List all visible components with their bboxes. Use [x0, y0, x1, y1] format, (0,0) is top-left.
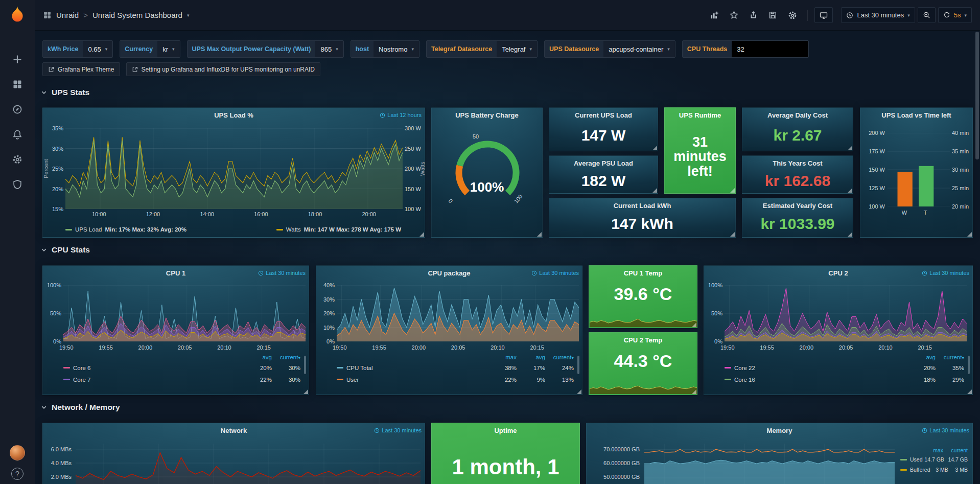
panel-title[interactable]: UPS Runtime: [679, 111, 721, 119]
panel-title[interactable]: CPU 2 Temp: [624, 336, 663, 344]
cpu1-chart[interactable]: [63, 285, 306, 341]
legend-item-watts[interactable]: Watts Min: 147 W Max: 278 W Avg: 175 W: [276, 226, 401, 233]
help-icon[interactable]: ?: [11, 468, 24, 480]
legend-item-buffered[interactable]: Buffered 3 MB 3 MB: [900, 465, 968, 475]
variable-ups-datasource[interactable]: UPS Datasource apcupsd-container▾: [544, 40, 675, 58]
panel-header[interactable]: CPU 2 Temp: [589, 333, 697, 347]
legend-scrollbar[interactable]: [304, 356, 306, 374]
grafana-logo[interactable]: [0, 0, 35, 30]
configuration-gear-icon[interactable]: [0, 147, 35, 172]
legend-item-core7[interactable]: Core 7 22% 30%: [63, 374, 300, 385]
panel-time-range[interactable]: Last 30 minutes: [922, 270, 969, 276]
section-cpu-stats[interactable]: CPU Stats: [41, 245, 90, 255]
legend-header-avg[interactable]: avg: [517, 354, 545, 360]
refresh-picker[interactable]: 5s ▾: [938, 7, 972, 23]
legend-header-current[interactable]: current▾: [936, 354, 964, 360]
panel-time-range[interactable]: Last 30 minutes: [374, 427, 422, 433]
legend-header-current[interactable]: current▾: [272, 354, 300, 360]
panel-time-range[interactable]: Last 30 minutes: [531, 270, 579, 276]
panel-header[interactable]: This Years Cost: [742, 156, 853, 170]
panel-title[interactable]: Network: [221, 427, 247, 434]
panel-title[interactable]: Memory: [767, 427, 792, 434]
panel-header[interactable]: UPS Load % Last 12 hours: [43, 108, 425, 122]
panel-header[interactable]: Current UPS Load: [549, 108, 658, 122]
add-panel-button[interactable]: [706, 8, 723, 23]
legend-scrollbar[interactable]: [968, 356, 970, 374]
variable-kwh-price[interactable]: kWh Price 0.65▾: [42, 40, 113, 58]
panel-header[interactable]: Uptime: [432, 423, 579, 437]
panel-title[interactable]: UPS Load %: [214, 111, 253, 119]
panel-title[interactable]: CPU 2: [828, 269, 848, 277]
breadcrumb-folder[interactable]: Unraid: [56, 11, 79, 19]
panel-title[interactable]: Estimated Yearly Cost: [763, 202, 832, 210]
panel-title[interactable]: UPS Load vs Time left: [881, 111, 951, 119]
legend-header-current[interactable]: current: [943, 447, 968, 453]
panel-time-range[interactable]: Last 12 hours: [380, 112, 422, 118]
cpu2-chart[interactable]: [725, 285, 967, 341]
link-ups-monitoring-guide[interactable]: Setting up Grafana and InfluxDB for UPS …: [126, 62, 321, 76]
server-admin-shield-icon[interactable]: [0, 172, 35, 197]
panel-time-range[interactable]: Last 30 minutes: [258, 270, 306, 276]
panel-header[interactable]: UPS Load vs Time left: [860, 108, 972, 122]
dashboard-grid-icon[interactable]: [43, 11, 52, 19]
section-network-memory[interactable]: Network / Memory: [41, 403, 120, 412]
panel-header[interactable]: Estimated Yearly Cost: [742, 198, 853, 213]
variable-host[interactable]: host Nostromo▾: [351, 40, 419, 58]
legend-item-core22[interactable]: Core 22 20% 35%: [725, 362, 964, 374]
network-chart[interactable]: [76, 444, 421, 484]
panel-header[interactable]: Memory Last 30 minutes: [587, 423, 972, 437]
legend-header-current[interactable]: current▾: [545, 354, 574, 360]
legend-item-core6[interactable]: Core 6 20% 30%: [63, 362, 300, 374]
chevron-down-icon[interactable]: ▾: [187, 13, 190, 18]
panel-header[interactable]: CPU 1 Last 30 minutes: [43, 266, 309, 280]
explore-icon[interactable]: [0, 97, 35, 122]
panel-title[interactable]: UPS Battery Charge: [455, 111, 519, 119]
variable-cpu-threads[interactable]: CPU Threads: [682, 40, 809, 58]
panel-title[interactable]: Current UPS Load: [575, 111, 632, 119]
share-button[interactable]: [745, 8, 762, 23]
panel-title[interactable]: CPU package: [428, 269, 470, 277]
page-scrollbar[interactable]: [975, 32, 979, 482]
legend-item-ups-load[interactable]: UPS Load Min: 17% Max: 32% Avg: 20%: [65, 226, 186, 233]
panel-header[interactable]: Average PSU Load: [549, 156, 658, 170]
panel-time-range[interactable]: Last 30 minutes: [922, 427, 969, 433]
legend-header-avg[interactable]: avg: [243, 354, 272, 360]
star-button[interactable]: [726, 8, 742, 23]
panel-title[interactable]: Uptime: [494, 427, 517, 434]
legend-scrollbar[interactable]: [577, 356, 579, 374]
breadcrumb-dashboard-title[interactable]: Unraid System Dashboard: [92, 11, 182, 19]
legend-item-user[interactable]: User 22% 9% 13%: [337, 374, 574, 385]
user-avatar[interactable]: [10, 445, 25, 460]
variable-value-dropdown[interactable]: 865▾: [315, 41, 343, 57]
panel-title[interactable]: CPU 1: [166, 269, 185, 277]
time-range-picker[interactable]: Last 30 minutes ▾: [841, 7, 915, 23]
panel-header[interactable]: Network Last 30 minutes: [43, 423, 425, 437]
variable-value-dropdown[interactable]: 0.65▾: [83, 41, 112, 57]
panel-title[interactable]: This Years Cost: [773, 159, 822, 167]
panel-title[interactable]: CPU 1 Temp: [624, 269, 663, 277]
variable-currency[interactable]: Currency kr▾: [120, 40, 180, 58]
settings-gear-button[interactable]: [784, 8, 801, 23]
save-button[interactable]: [764, 8, 781, 23]
panel-header[interactable]: Current Load kWh: [549, 198, 735, 213]
panel-header[interactable]: UPS Runtime: [665, 108, 735, 122]
panel-title[interactable]: Current Load kWh: [614, 202, 671, 210]
panel-title[interactable]: Average PSU Load: [574, 159, 633, 167]
panel-header[interactable]: Average Daily Cost: [742, 108, 853, 122]
legend-item-cpu-total[interactable]: CPU Total 38% 17% 24%: [337, 362, 574, 374]
zoom-out-button[interactable]: [918, 7, 936, 23]
cpu-package-chart[interactable]: [337, 285, 579, 341]
alerting-bell-icon[interactable]: [0, 122, 35, 147]
panel-header[interactable]: CPU 1 Temp: [589, 266, 697, 280]
panel-header[interactable]: UPS Battery Charge: [432, 108, 542, 122]
section-ups-stats[interactable]: UPS Stats: [41, 88, 89, 97]
create-icon[interactable]: [0, 47, 35, 72]
panel-header[interactable]: CPU package Last 30 minutes: [316, 266, 582, 280]
legend-header-avg[interactable]: avg: [907, 354, 936, 360]
variable-value-dropdown[interactable]: apcupsd-container▾: [603, 41, 675, 57]
ups-load-chart[interactable]: [65, 128, 403, 209]
load-vs-time-bar-chart[interactable]: [888, 133, 950, 206]
panel-header[interactable]: CPU 2 Last 30 minutes: [704, 266, 972, 280]
panel-title[interactable]: Average Daily Cost: [767, 111, 828, 119]
variable-value-dropdown[interactable]: Telegraf▾: [497, 41, 537, 57]
